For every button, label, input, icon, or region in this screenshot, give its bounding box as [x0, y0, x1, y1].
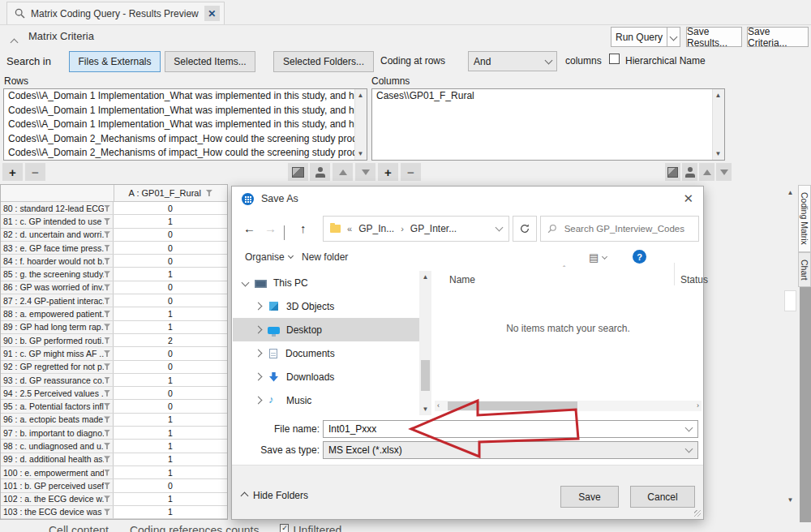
save-results-button[interactable]: Save Results...: [686, 27, 742, 47]
list-item[interactable]: Codes\\A_Domain 2_Mechanisms of impact_H…: [4, 146, 355, 160]
columns-listbox[interactable]: Cases\\GP01_F_Rural ▲ ▼: [371, 88, 725, 161]
rows-scrollbar[interactable]: ▲ ▼: [354, 89, 367, 160]
search-box[interactable]: [540, 216, 699, 242]
column-divider[interactable]: [674, 263, 675, 285]
file-name-input[interactable]: [324, 423, 686, 435]
filter-icon[interactable]: [104, 284, 110, 290]
cell-value[interactable]: 1: [114, 321, 227, 333]
cell-value[interactable]: 0: [114, 242, 227, 254]
row-label-cell[interactable]: 96 : a. ectopic beats made...: [1, 414, 114, 426]
cell-value[interactable]: 1: [114, 414, 227, 426]
row-label-cell[interactable]: 90 : b. GP performed routi...: [1, 334, 114, 346]
filter-icon[interactable]: [104, 218, 110, 225]
filter-icon[interactable]: [104, 337, 110, 344]
close-icon[interactable]: ✕: [204, 6, 220, 21]
cell-value[interactable]: 0: [114, 387, 227, 399]
columns-add-button[interactable]: +: [378, 163, 398, 181]
columns-move-down-button[interactable]: [716, 163, 732, 181]
chevron-down-icon[interactable]: [685, 445, 693, 453]
file-name-combobox[interactable]: [323, 420, 698, 438]
chevron-icon[interactable]: [242, 279, 250, 287]
table-row[interactable]: 101 : b. GP perceived usef... 0: [1, 479, 227, 492]
filter-icon[interactable]: [104, 311, 110, 317]
filter-icon[interactable]: [104, 271, 110, 277]
table-row[interactable]: 89 : GP had long term rap... 1: [1, 321, 227, 334]
chevron-down-icon[interactable]: [685, 424, 693, 432]
dialog-title-bar[interactable]: Save As ✕: [232, 187, 703, 211]
table-row[interactable]: 92 : GP regretted for not p... 0: [1, 361, 227, 374]
table-row[interactable]: 103 : the ECG device was ... 1: [1, 506, 227, 519]
scroll-down-icon[interactable]: ▼: [420, 404, 431, 414]
chevron-icon[interactable]: [255, 326, 263, 334]
cell-value[interactable]: 0: [114, 400, 227, 412]
files-externals-button[interactable]: Files & Externals: [69, 51, 161, 72]
scroll-down-icon[interactable]: ▼: [713, 148, 723, 159]
hierarchical-name-checkbox[interactable]: [609, 54, 620, 64]
save-as-type-select[interactable]: [323, 441, 698, 459]
table-row[interactable]: 90 : b. GP performed routi... 2: [1, 334, 227, 347]
table-row[interactable]: 99 : d. additional health as... 1: [1, 453, 227, 466]
list-item[interactable]: Codes\\A_Domain 1 Implementation_What wa…: [4, 104, 355, 118]
table-row[interactable]: 83 : e. GP face time press... 0: [1, 242, 227, 255]
filter-icon[interactable]: [104, 470, 110, 476]
cell-value[interactable]: 1: [114, 268, 227, 280]
chevron-down-icon[interactable]: [496, 224, 504, 232]
list-item[interactable]: Cases\\GP01_F_Rural: [372, 89, 713, 104]
scroll-up-icon[interactable]: ▲: [420, 272, 431, 282]
chevron-icon[interactable]: [255, 397, 263, 405]
filter-icon[interactable]: [104, 403, 110, 410]
filter-icon[interactable]: [104, 258, 110, 264]
table-row[interactable]: 91 : c. GP might miss AF ... 0: [1, 347, 227, 360]
help-icon[interactable]: ?: [633, 250, 646, 264]
hide-folders-button[interactable]: Hide Folders: [242, 490, 308, 501]
table-row[interactable]: 97 : b. important to diagno... 1: [1, 427, 227, 440]
table-row[interactable]: 84 : f. hoarder would not b... 0: [1, 255, 227, 268]
filter-icon[interactable]: [104, 443, 110, 449]
scroll-down-icon[interactable]: ▼: [785, 495, 796, 505]
table-row[interactable]: 87 : 2.4 GP-patient interac... 0: [1, 294, 227, 307]
filter-icon[interactable]: [104, 496, 110, 502]
row-label-cell[interactable]: 91 : c. GP might miss AF ...: [1, 347, 114, 359]
save-button[interactable]: Save: [560, 486, 619, 508]
row-label-cell[interactable]: 101 : b. GP perceived usef...: [1, 479, 114, 491]
filter-icon[interactable]: [206, 190, 212, 196]
row-label-cell[interactable]: 84 : f. hoarder would not b...: [1, 255, 114, 267]
filter-icon[interactable]: [104, 508, 110, 515]
cell-value[interactable]: 1: [114, 506, 227, 518]
chevron-icon[interactable]: [255, 350, 263, 358]
table-row[interactable]: 100 : e. empowerment and... 1: [1, 466, 227, 479]
up-icon[interactable]: ↑: [300, 221, 307, 235]
save-criteria-button[interactable]: Save Criteria...: [747, 27, 809, 47]
row-label-cell[interactable]: 92 : GP regretted for not p...: [1, 361, 114, 373]
row-label-cell[interactable]: 86 : GP was worried of inv...: [1, 281, 114, 294]
list-item[interactable]: Codes\\A_Domain 1 Implementation_What wa…: [4, 118, 355, 132]
columns-remove-button[interactable]: −: [401, 163, 421, 181]
cell-value[interactable]: 1: [114, 466, 227, 478]
cell-value[interactable]: 0: [114, 281, 227, 294]
search-input[interactable]: [563, 223, 692, 234]
back-icon[interactable]: ←: [243, 221, 255, 235]
scroll-down-icon[interactable]: ▼: [355, 148, 366, 159]
refresh-button[interactable]: [513, 216, 537, 242]
breadcrumb-part[interactable]: GP_In...: [358, 223, 394, 234]
cell-value[interactable]: 0: [114, 519, 227, 520]
tab-chart[interactable]: Chart: [798, 252, 811, 288]
cell-value[interactable]: 0: [114, 229, 227, 241]
row-label-cell[interactable]: 87 : 2.4 GP-patient interac...: [1, 294, 114, 307]
forward-icon[interactable]: →: [264, 221, 277, 235]
cell-value[interactable]: 1: [114, 427, 227, 439]
table-row[interactable]: 82 : d. uncertain and worri... 0: [1, 229, 227, 242]
tree-item[interactable]: Desktop: [233, 318, 419, 341]
rows-listbox[interactable]: Codes\\A_Domain 1 Implementation_What wa…: [3, 88, 367, 161]
row-label-cell[interactable]: 98 : c. undiagnosed and u...: [1, 440, 114, 452]
operator-select[interactable]: And: [468, 51, 557, 71]
rows-move-down-button[interactable]: [355, 163, 375, 181]
tree-scrollbar[interactable]: ▲ ▼: [419, 271, 431, 415]
sort-ascending-icon[interactable]: ˆ: [563, 265, 565, 274]
tree-item[interactable]: This PC: [233, 271, 419, 294]
scroll-left-icon[interactable]: ‹: [437, 401, 440, 411]
columns-scrollbar[interactable]: ▲ ▼: [712, 89, 724, 160]
columns-person-icon[interactable]: [682, 163, 697, 181]
filter-icon[interactable]: [104, 245, 110, 251]
rows-move-up-button[interactable]: [333, 163, 353, 181]
